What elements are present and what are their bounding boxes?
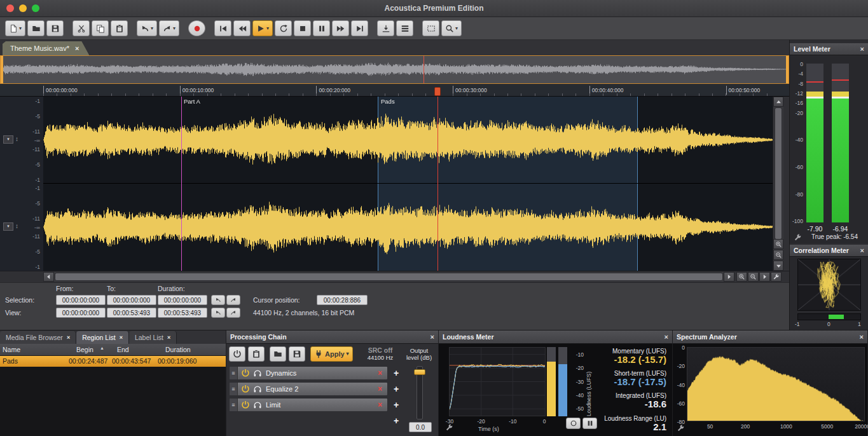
plugin-power-icon[interactable]: [241, 385, 250, 393]
cut-button[interactable]: [72, 20, 90, 36]
save-file-button[interactable]: [46, 20, 64, 36]
plugin-row-dynamics[interactable]: ≡Dynamics×: [229, 366, 388, 380]
paste-button[interactable]: [111, 20, 128, 36]
loudness-reset-button[interactable]: [566, 418, 581, 429]
panel-tab-media-file-browser[interactable]: Media File Browser×: [0, 331, 76, 344]
region-row-pads[interactable]: Pads 00:00:24:487 00:00:43:547 00:00:19:…: [0, 356, 226, 367]
document-tab[interactable]: Theme Music.wav* ×: [3, 41, 89, 55]
plugin-power-icon[interactable]: [241, 369, 250, 378]
zoom-tool-button[interactable]: ▾: [441, 20, 462, 36]
plugin-add-button[interactable]: +: [390, 414, 402, 428]
redo-button[interactable]: ▾: [159, 20, 179, 36]
view-from-field[interactable]: [56, 308, 106, 318]
close-icon[interactable]: ×: [860, 45, 864, 53]
horizontal-scroll-thumb[interactable]: [55, 273, 723, 281]
view-redo-button[interactable]: [226, 308, 240, 318]
output-level-value[interactable]: [409, 422, 432, 432]
pause-button[interactable]: [313, 20, 330, 36]
loudness-settings-icon[interactable]: [445, 423, 453, 432]
timeline-ruler[interactable]: 00:00:00:00000:00:10:00000:00:20:00000:0…: [0, 84, 789, 97]
plugin-power-icon[interactable]: [241, 400, 250, 409]
drag-handle-icon[interactable]: ≡: [230, 383, 238, 395]
view-undo-button[interactable]: [211, 308, 225, 318]
undo-button[interactable]: ▾: [137, 20, 157, 36]
waveform-display[interactable]: Part A Pads: [43, 97, 773, 271]
slider-thumb[interactable]: [414, 369, 425, 375]
column-duration[interactable]: Duration: [165, 346, 191, 353]
editor-settings-button[interactable]: [771, 272, 782, 282]
selection-to-field[interactable]: [107, 295, 156, 305]
plugin-insert-button[interactable]: +: [390, 382, 402, 396]
zoom-in-horizontal-button[interactable]: [736, 272, 747, 282]
plugin-remove-icon[interactable]: ×: [378, 400, 382, 409]
column-name[interactable]: Name: [3, 346, 20, 353]
close-icon[interactable]: ×: [860, 247, 864, 254]
column-begin[interactable]: Begin: [76, 346, 93, 353]
overview-right-handle[interactable]: [786, 56, 789, 83]
close-icon[interactable]: ×: [665, 333, 668, 341]
scroll-right-button[interactable]: [724, 272, 734, 282]
plugin-insert-button[interactable]: +: [390, 366, 402, 380]
close-icon[interactable]: ×: [860, 333, 864, 341]
overview-strip[interactable]: [0, 55, 789, 84]
plugin-monitor-icon[interactable]: [253, 400, 262, 409]
open-file-button[interactable]: [27, 20, 45, 36]
record-button[interactable]: [188, 20, 205, 36]
go-to-start-button[interactable]: [214, 20, 231, 36]
vertical-scroll-thumb[interactable]: [775, 107, 782, 240]
scroll-left-button[interactable]: [43, 272, 54, 282]
plugin-remove-icon[interactable]: ×: [378, 385, 382, 393]
close-icon[interactable]: ×: [431, 333, 434, 341]
chain-open-button[interactable]: [270, 346, 286, 362]
selection-redo-button[interactable]: [226, 295, 240, 305]
plugin-insert-button[interactable]: +: [390, 398, 402, 412]
tab-close-icon[interactable]: ×: [167, 334, 170, 341]
selection-from-field[interactable]: [56, 295, 106, 305]
plugin-monitor-icon[interactable]: [253, 369, 262, 378]
loop-button[interactable]: [275, 20, 292, 36]
zoom-in-vertical-button[interactable]: [773, 239, 783, 249]
channel1-resize-icon[interactable]: ↕: [15, 136, 18, 142]
plugin-row-limit[interactable]: ≡Limit×: [229, 398, 388, 412]
marker-line-part-a[interactable]: [181, 97, 182, 271]
overview-left-handle[interactable]: [1, 56, 3, 83]
playhead-marker[interactable]: [434, 87, 441, 96]
meters-view-button[interactable]: [396, 20, 413, 36]
plugin-monitor-icon[interactable]: [253, 385, 262, 393]
go-to-end-button[interactable]: [351, 20, 368, 36]
channel1-collapse-button[interactable]: ▾: [3, 135, 13, 144]
rewind-button[interactable]: [233, 20, 251, 36]
chain-clipboard-button[interactable]: [248, 346, 265, 362]
view-to-field[interactable]: [107, 308, 156, 318]
spectrum-settings-icon[interactable]: [677, 424, 685, 432]
cursor-position-field[interactable]: [317, 295, 368, 305]
play-button[interactable]: ▾: [252, 20, 273, 36]
apply-button[interactable]: Apply▾: [310, 346, 353, 362]
tab-close-icon[interactable]: ×: [120, 334, 123, 341]
scroll-up-button[interactable]: [773, 97, 783, 107]
fast-forward-button[interactable]: [332, 20, 349, 36]
tab-close-icon[interactable]: ×: [67, 334, 70, 341]
panel-tab-region-list[interactable]: Region List×: [76, 331, 129, 344]
drag-handle-icon[interactable]: ≡: [230, 399, 238, 411]
scroll-down-button[interactable]: [773, 261, 783, 271]
level-meter-settings-icon[interactable]: [794, 233, 802, 242]
horizontal-scrollbar[interactable]: [54, 272, 724, 282]
selection-duration-field[interactable]: [158, 295, 207, 305]
chain-enable-button[interactable]: [229, 346, 245, 362]
zoom-out-vertical-button[interactable]: [773, 250, 783, 260]
zoom-out-horizontal-button[interactable]: [748, 272, 759, 282]
sort-asc-icon[interactable]: ▲: [100, 346, 104, 350]
zoom-selection-button[interactable]: [759, 272, 770, 282]
plugin-row-equalize-2[interactable]: ≡Equalize 2×: [229, 382, 388, 396]
selection-tool-button[interactable]: [422, 20, 439, 36]
output-level-slider[interactable]: [417, 366, 423, 419]
vertical-scrollbar[interactable]: [773, 97, 783, 271]
drag-handle-icon[interactable]: ≡: [230, 367, 238, 379]
panel-tab-label-list[interactable]: Label List×: [129, 331, 177, 344]
document-tab-close-icon[interactable]: ×: [75, 44, 79, 52]
loudness-pause-button[interactable]: [582, 418, 597, 429]
new-file-button[interactable]: ▾: [5, 20, 25, 36]
stop-button[interactable]: [294, 20, 311, 36]
column-end[interactable]: End: [117, 346, 129, 353]
